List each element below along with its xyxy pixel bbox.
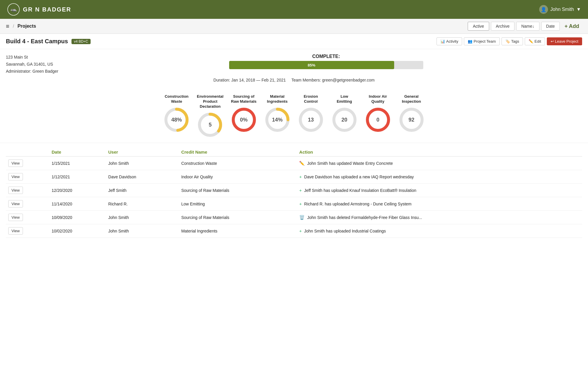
donut-value: 0 bbox=[377, 117, 379, 123]
view-btn-cell: View bbox=[6, 157, 49, 170]
charts-row: ConstructionWaste48%EnvironmentalProduct… bbox=[0, 87, 588, 143]
chart-label: MaterialIngredients bbox=[267, 94, 288, 104]
edit-button[interactable]: ✏️ Edit bbox=[525, 37, 545, 45]
view-btn-cell: View bbox=[6, 224, 49, 238]
chart-item: Indoor AirQuality0 bbox=[365, 94, 391, 138]
chart-label: GeneralInspection bbox=[402, 94, 421, 104]
add-button[interactable]: + Add bbox=[562, 22, 582, 31]
complete-section: COMPLETE: 85% bbox=[70, 54, 582, 69]
donut-chart: 0% bbox=[231, 107, 257, 133]
view-button[interactable]: View bbox=[8, 200, 23, 207]
nav-right: Active Archive Name↓ Date + Add bbox=[468, 22, 582, 31]
action-cell: + John Smith has uploaded Industrial Coa… bbox=[297, 224, 582, 238]
user-cell: Richard R. bbox=[106, 197, 179, 211]
leave-icon: ↩ bbox=[551, 39, 554, 44]
table-row: View 11/14/2020 Richard R. Low Emitting … bbox=[6, 197, 582, 211]
project-info-section: 123 Main St Savannah, GA 31401, US Admin… bbox=[0, 49, 588, 87]
donut-value: 20 bbox=[342, 117, 347, 123]
view-button[interactable]: View bbox=[8, 214, 23, 221]
active-filter-button[interactable]: Active bbox=[468, 22, 489, 31]
project-title-area: Build 4 - East Campus v4 BD+C bbox=[6, 38, 91, 45]
action-icon: + bbox=[299, 228, 302, 233]
action-text: John Smith has uploaded Industrial Coati… bbox=[304, 229, 386, 233]
chart-item: EnvironmentalProductDeclaration5 bbox=[197, 94, 223, 138]
user-cell: John Smith bbox=[106, 224, 179, 238]
chart-label: EnvironmentalProductDeclaration bbox=[197, 94, 223, 109]
col-btn bbox=[6, 148, 49, 157]
action-text: Jeff Smith has uploaded Knauf Insulation… bbox=[304, 188, 416, 193]
project-badge: v4 BD+C bbox=[71, 39, 90, 44]
view-btn-cell: View bbox=[6, 184, 49, 197]
action-icon: + bbox=[299, 201, 302, 206]
view-btn-cell: View bbox=[6, 211, 49, 224]
action-icon: 🗑️ bbox=[299, 215, 305, 220]
chart-label: LowEmitting bbox=[337, 94, 352, 104]
view-button[interactable]: View bbox=[8, 160, 23, 167]
table-row: View 10/09/2020 John Smith Sourcing of R… bbox=[6, 211, 582, 224]
user-cell: Dave Davidson bbox=[106, 170, 179, 184]
project-meta: Duration: Jan 14, 2018 — Feb 21, 2021 Te… bbox=[6, 78, 582, 82]
donut-value: 13 bbox=[308, 117, 314, 123]
action-cell: ✏️ John Smith has updated Waste Entry Co… bbox=[297, 157, 582, 170]
donut-value: 5 bbox=[209, 122, 211, 128]
user-name: John Smith bbox=[550, 7, 574, 12]
donut-chart: 48% bbox=[163, 107, 190, 133]
chart-label: Sourcing ofRaw Materials bbox=[231, 94, 256, 104]
logo-area: 🦡 GR N BADGER bbox=[7, 3, 71, 16]
activity-table: Date User Credit Name Action View 1/15/2… bbox=[6, 148, 582, 238]
nav-title: Projects bbox=[18, 24, 36, 29]
user-cell: Jeff Smith bbox=[106, 184, 179, 197]
action-icon: ✏️ bbox=[299, 161, 305, 166]
chart-item: LowEmitting20 bbox=[331, 94, 358, 138]
chart-item: ConstructionWaste48% bbox=[163, 94, 190, 138]
project-title: Build 4 - East Campus bbox=[6, 38, 68, 45]
date-cell: 12/20/2020 bbox=[49, 184, 106, 197]
date-sort-button[interactable]: Date bbox=[541, 22, 560, 31]
donut-chart: 14% bbox=[264, 107, 291, 133]
progress-text: 85% bbox=[308, 63, 315, 67]
address-line1: 123 Main St bbox=[6, 54, 58, 61]
leave-project-button[interactable]: ↩ Leave Project bbox=[547, 37, 582, 45]
credit-cell: Construction Waste bbox=[179, 157, 297, 170]
chart-icon: 📊 bbox=[440, 39, 445, 44]
logo-text: GR N BADGER bbox=[23, 6, 71, 13]
view-button[interactable]: View bbox=[8, 173, 23, 180]
archive-filter-button[interactable]: Archive bbox=[491, 22, 515, 31]
duration: Duration: Jan 14, 2018 — Feb 21, 2021 bbox=[214, 78, 286, 82]
project-address: 123 Main St Savannah, GA 31401, US Admin… bbox=[6, 54, 58, 75]
user-avatar-icon: 👤 bbox=[539, 5, 548, 14]
team-icon: 👥 bbox=[468, 39, 472, 44]
chart-item: Sourcing ofRaw Materials0% bbox=[231, 94, 257, 138]
chart-item: ErosionControl13 bbox=[298, 94, 324, 138]
date-cell: 11/14/2020 bbox=[49, 197, 106, 211]
nav-bar: ≡ / Projects Active Archive Name↓ Date +… bbox=[0, 19, 588, 34]
donut-value: 0% bbox=[240, 117, 248, 123]
donut-value: 14% bbox=[272, 117, 283, 123]
user-menu[interactable]: 👤 John Smith ▼ bbox=[539, 5, 581, 14]
user-cell: John Smith bbox=[106, 211, 179, 224]
project-header: Build 4 - East Campus v4 BD+C 📊 Activity… bbox=[0, 34, 588, 49]
view-button[interactable]: View bbox=[8, 227, 23, 235]
project-team-button[interactable]: 👥 Project Team bbox=[464, 37, 500, 45]
hamburger-menu[interactable]: ≡ bbox=[6, 23, 9, 30]
action-cell: + Dave Davidson has uploaded a new IAQ R… bbox=[297, 170, 582, 184]
project-actions: 📊 Activity 👥 Project Team 🏷️ Tags ✏️ Edi… bbox=[437, 37, 582, 45]
credit-cell: Low Emitting bbox=[179, 197, 297, 211]
action-text: Dave Davidson has uploaded a new IAQ Rep… bbox=[304, 175, 414, 179]
action-text: Richard R. has uploaded Armstrong - Dune… bbox=[304, 202, 412, 206]
progress-bar: 85% bbox=[229, 61, 423, 69]
view-button[interactable]: View bbox=[8, 187, 23, 194]
action-cell: + Richard R. has uploaded Armstrong - Du… bbox=[297, 197, 582, 211]
name-sort-button[interactable]: Name↓ bbox=[516, 22, 539, 31]
activity-button[interactable]: 📊 Activity bbox=[437, 37, 462, 45]
user-cell: John Smith bbox=[106, 157, 179, 170]
complete-label: COMPLETE: bbox=[70, 54, 582, 59]
edit-icon: ✏️ bbox=[529, 39, 533, 44]
donut-chart: 92 bbox=[398, 107, 425, 133]
tags-button[interactable]: 🏷️ Tags bbox=[502, 37, 523, 45]
col-action: Action bbox=[297, 148, 582, 157]
progress-bar-fill: 85% bbox=[229, 61, 394, 69]
action-icon: + bbox=[299, 174, 302, 179]
action-cell: 🗑️ John Smith has deleted Formaldehyde-F… bbox=[297, 211, 582, 224]
table-row: View 1/15/2021 John Smith Construction W… bbox=[6, 157, 582, 170]
